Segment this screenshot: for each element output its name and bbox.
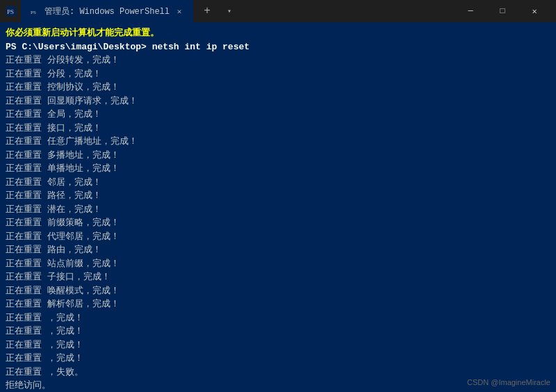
active-tab[interactable]: PS 管理员: Windows PowerShell ✕: [21, 0, 193, 22]
titlebar: PS PS 管理员: Windows PowerShell ✕ + ▾ — □ …: [0, 0, 556, 22]
svg-text:PS: PS: [7, 8, 14, 15]
svg-text:PS: PS: [31, 10, 36, 15]
main-window: PS PS 管理员: Windows PowerShell ✕ + ▾ — □ …: [0, 0, 556, 392]
tab-close-button[interactable]: ✕: [174, 6, 185, 17]
watermark: CSDN @ImagineMiracle: [467, 378, 550, 386]
maximize-button[interactable]: □: [486, 0, 518, 22]
terminal-output[interactable]: 你必须重新启动计算机才能完成重置。PS C:\Users\imagi\Deskt…: [0, 22, 556, 392]
dropdown-button[interactable]: ▾: [221, 3, 238, 19]
window-controls: — □ ✕: [455, 0, 550, 22]
titlebar-left: PS PS 管理员: Windows PowerShell ✕ + ▾: [6, 0, 238, 22]
powershell-icon: PS: [6, 6, 17, 17]
minimize-button[interactable]: —: [455, 0, 486, 22]
tab-title: 管理员: Windows PowerShell: [44, 6, 170, 17]
close-button[interactable]: ✕: [518, 0, 550, 22]
tab-powershell-icon: PS: [29, 6, 40, 17]
new-tab-button[interactable]: +: [197, 1, 217, 21]
